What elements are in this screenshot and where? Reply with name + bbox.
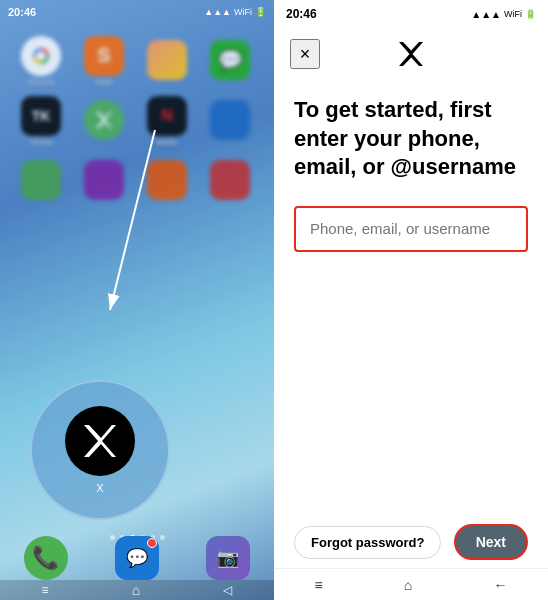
nav-menu-left[interactable]: ≡: [42, 583, 49, 597]
nav-bar-right: ≡ ⌂ ←: [274, 568, 548, 600]
bottom-dock: 📞 💬 📷: [0, 536, 274, 580]
chrome-label: Chrome: [27, 78, 55, 87]
app-grid: Chrome S Slido 💬 TK TikTok: [10, 30, 264, 212]
x-login-header: ×: [274, 28, 548, 80]
phone-input-wrapper[interactable]: [294, 206, 528, 252]
app-purple[interactable]: [78, 155, 130, 207]
status-icons-left: ▲▲▲ WiFi 🔋: [204, 7, 266, 17]
app-wechat[interactable]: 💬: [204, 35, 256, 87]
x-popup-label: X: [96, 482, 103, 494]
status-icons-right: ▲▲▲ WiFi 🔋: [471, 9, 536, 20]
slido-label: Slido: [95, 78, 113, 87]
app-chrome[interactable]: Chrome: [15, 35, 67, 87]
dock-messages-icon[interactable]: 💬: [115, 536, 159, 580]
nav-bar-left: ≡ ⌂ ◁: [0, 580, 274, 600]
app-blue[interactable]: [204, 95, 256, 147]
nav-home-left[interactable]: ⌂: [132, 582, 140, 598]
x-big-icon: [65, 406, 135, 476]
battery-icon: 🔋: [255, 7, 266, 17]
app-game[interactable]: [141, 35, 193, 87]
tiktok-label: TikTok: [30, 138, 53, 147]
nav-back-right[interactable]: ←: [493, 577, 507, 593]
status-bar-right: 20:46 ▲▲▲ WiFi 🔋: [274, 0, 548, 28]
phone-email-input[interactable]: [310, 220, 512, 237]
nav-home-right[interactable]: ⌂: [404, 577, 412, 593]
login-title: To get started, first enter your phone, …: [294, 96, 528, 182]
status-bar-left: 20:46 ▲▲▲ WiFi 🔋: [0, 0, 274, 24]
x-logo: [395, 38, 427, 70]
dock-camera-icon[interactable]: 📷: [206, 536, 250, 580]
signal-icon: ▲▲▲: [204, 7, 231, 17]
nav-menu-right[interactable]: ≡: [315, 577, 323, 593]
close-button[interactable]: ×: [290, 39, 320, 69]
wifi-icon: WiFi: [234, 7, 252, 17]
wifi-right-icon: WiFi: [504, 9, 522, 19]
app-tiktok[interactable]: TK TikTok: [15, 95, 67, 147]
login-content: To get started, first enter your phone, …: [274, 80, 548, 508]
nav-back-left[interactable]: ◁: [223, 583, 232, 597]
time-left: 20:46: [8, 6, 36, 18]
x-app-popup[interactable]: X: [30, 380, 170, 520]
app-orange[interactable]: [141, 155, 193, 207]
android-homescreen: 20:46 ▲▲▲ WiFi 🔋 Chrome S Sli: [0, 0, 274, 600]
forgot-password-button[interactable]: Forgot password?: [294, 526, 441, 559]
signal-right-icon: ▲▲▲: [471, 9, 501, 20]
time-right: 20:46: [286, 7, 317, 21]
app-red[interactable]: [204, 155, 256, 207]
dock-phone-icon[interactable]: 📞: [24, 536, 68, 580]
battery-right-icon: 🔋: [525, 9, 536, 19]
app-x-small[interactable]: [78, 95, 130, 147]
netflix-label: Netflix: [156, 138, 178, 147]
login-footer: Forgot password? Next: [274, 508, 548, 568]
app-green2[interactable]: [15, 155, 67, 207]
next-button[interactable]: Next: [454, 524, 528, 560]
notification-badge: [147, 538, 157, 548]
app-netflix[interactable]: N Netflix: [141, 95, 193, 147]
svg-point-1: [36, 51, 46, 61]
x-login-panel: 20:46 ▲▲▲ WiFi 🔋 × To get started, first…: [274, 0, 548, 600]
app-slido[interactable]: S Slido: [78, 35, 130, 87]
